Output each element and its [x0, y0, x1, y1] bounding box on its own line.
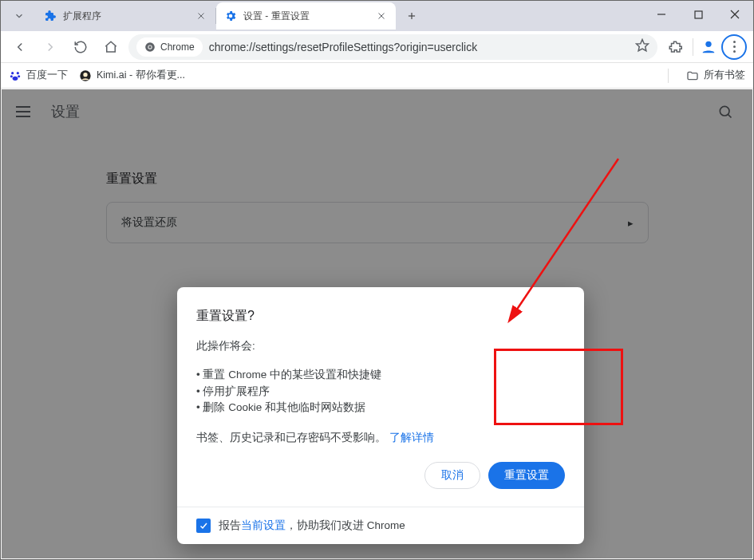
avatar-icon — [79, 69, 92, 82]
tab-search-button[interactable] — [6, 5, 33, 27]
svg-point-14 — [705, 41, 711, 46]
url-text: chrome://settings/resetProfileSettings?o… — [209, 41, 629, 53]
address-bar: Chrome chrome://settings/resetProfileSet… — [1, 31, 753, 63]
bookmark-label: 百度一下 — [26, 69, 68, 82]
close-icon[interactable] — [375, 10, 388, 22]
forward-button[interactable] — [38, 34, 63, 60]
close-icon[interactable] — [195, 10, 207, 22]
svg-point-16 — [17, 72, 19, 74]
toolbar-divider — [689, 34, 696, 60]
browser-titlebar: 扩展程序 设置 - 重置设置 — [1, 1, 753, 31]
back-button[interactable] — [7, 34, 33, 60]
browser-menu-button[interactable] — [721, 34, 747, 60]
puzzle-icon — [44, 10, 57, 22]
bookmarks-divider — [668, 69, 669, 83]
folder-icon — [686, 69, 699, 82]
bookmark-baidu[interactable]: 百度一下 — [9, 69, 68, 82]
bullet-item: 停用扩展程序 — [196, 384, 565, 400]
profile-button[interactable] — [697, 36, 720, 58]
site-chip-label: Chrome — [160, 41, 195, 53]
bookmark-label: Kimi.ai - 帮你看更... — [97, 69, 185, 82]
bullet-item: 删除 Cookie 和其他临时网站数据 — [196, 400, 565, 416]
svg-point-19 — [13, 76, 18, 80]
window-maximize-button[interactable] — [680, 1, 716, 28]
tab-label: 设置 - 重置设置 — [243, 10, 369, 23]
learn-more-link[interactable]: 了解详情 — [389, 432, 434, 444]
cancel-button[interactable]: 取消 — [424, 462, 480, 489]
svg-point-15 — [11, 72, 14, 74]
bullet-item: 重置 Chrome 中的某些设置和快捷键 — [196, 367, 565, 383]
reload-button[interactable] — [68, 34, 93, 60]
svg-point-18 — [18, 75, 20, 77]
bookmark-kimi[interactable]: Kimi.ai - 帮你看更... — [79, 69, 185, 82]
report-checkbox[interactable] — [196, 519, 211, 533]
chrome-icon — [144, 41, 156, 53]
svg-marker-13 — [637, 40, 649, 51]
svg-point-21 — [83, 73, 87, 77]
tab-settings[interactable]: 设置 - 重置设置 — [216, 2, 396, 30]
svg-rect-7 — [695, 11, 702, 18]
window-close-button[interactable] — [716, 1, 753, 28]
confirm-reset-button[interactable]: 重置设置 — [488, 462, 565, 489]
site-chip[interactable]: Chrome — [136, 37, 203, 57]
paw-icon — [9, 69, 22, 82]
extensions-button[interactable] — [662, 34, 688, 60]
dialog-bullets: 重置 Chrome 中的某些设置和快捷键 停用扩展程序 删除 Cookie 和其… — [196, 367, 565, 416]
all-bookmarks-button[interactable]: 所有书签 — [686, 69, 745, 82]
note-prefix: 书签、历史记录和已存密码不受影响。 — [196, 432, 386, 444]
current-settings-link[interactable]: 当前设置 — [241, 519, 286, 531]
svg-point-17 — [10, 75, 13, 77]
new-tab-button[interactable] — [401, 5, 423, 27]
bookmarks-bar: 百度一下 Kimi.ai - 帮你看更... 所有书签 — [1, 63, 753, 89]
all-bookmarks-label: 所有书签 — [704, 69, 745, 82]
tab-extensions[interactable]: 扩展程序 — [36, 2, 215, 30]
gear-icon — [224, 10, 237, 22]
reset-dialog: 重置设置? 此操作将会: 重置 Chrome 中的某些设置和快捷键 停用扩展程序… — [177, 287, 584, 544]
dialog-note: 书签、历史记录和已存密码不受影响。 了解详情 — [196, 430, 565, 446]
page-viewport: 设置 重置设置 将设置还原 ▸ 重置设置? 此操作将会: 重置 Chrome 中… — [2, 89, 752, 558]
tab-label: 扩展程序 — [63, 10, 188, 23]
window-minimize-button[interactable] — [643, 1, 680, 28]
home-button[interactable] — [98, 34, 124, 60]
dialog-title: 重置设置? — [196, 306, 565, 325]
dialog-subtitle: 此操作将会: — [196, 338, 565, 354]
svg-point-12 — [148, 45, 152, 49]
omnibox[interactable]: Chrome chrome://settings/resetProfileSet… — [128, 34, 657, 60]
star-icon[interactable] — [635, 38, 649, 55]
report-label: 报告当前设置，协助我们改进 Chrome — [219, 519, 405, 533]
